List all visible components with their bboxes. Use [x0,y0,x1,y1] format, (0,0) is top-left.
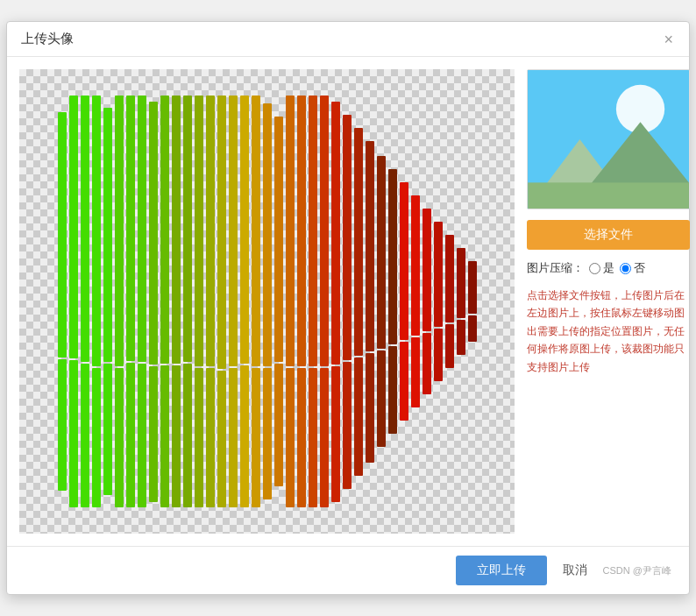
bar-up [263,103,272,366]
bar-pair [388,96,397,507]
bar-down [69,360,78,507]
bar-down [149,366,158,502]
bar-pair [240,96,249,507]
cancel-button[interactable]: 取消 [556,556,594,585]
bar-up [274,117,283,362]
bar-up [434,222,443,327]
bar-up [297,96,306,366]
bar-down [217,371,226,507]
bar-down [411,337,420,407]
bar-pair [468,96,477,507]
bar-down [366,353,374,463]
bar-up [217,96,226,369]
compress-label: 图片压缩： [527,260,584,276]
bar-up [309,96,317,366]
bar-down [206,368,215,507]
bar-pair [126,96,135,507]
bar-pair [309,96,317,507]
bar-up [172,96,181,364]
image-canvas[interactable] [19,69,515,534]
bar-down [320,368,329,507]
bar-pair [217,96,226,507]
bar-up [354,128,363,356]
bar-up [457,248,465,318]
bar-up [126,96,135,361]
svg-rect-4 [528,182,689,209]
bar-down [377,350,386,447]
bar-pair [138,96,146,507]
select-file-button[interactable]: 选择文件 [527,220,690,250]
compress-row: 图片压缩： 是 否 [527,260,690,276]
compress-no-radio[interactable] [620,263,631,274]
dialog-title: 上传头像 [21,31,74,47]
bar-down [183,364,192,507]
dialog-footer: 立即上传 取消 CSDN @尹言峰 [7,546,689,594]
bar-down [229,368,238,507]
bar-up [195,96,203,366]
bar-pair [274,96,283,507]
bar-pair [400,96,408,507]
bar-up [366,141,374,351]
bar-down [388,346,397,434]
dialog-body: 选择文件 图片压缩： 是 否 点击选择文件按钮，上传图片后在左边图片上，按住鼠标… [7,57,689,546]
bar-down [103,364,112,495]
bar-down [354,358,363,476]
bar-up [81,96,89,362]
bar-pair [434,96,443,507]
bar-pair [263,96,272,507]
bar-up [377,156,386,349]
bar-pair [92,96,101,507]
bar-down [138,364,146,507]
bar-pair [81,96,89,507]
bar-down [423,333,431,394]
bar-pair [115,96,124,507]
description-text: 点击选择文件按钮，上传图片后在左边图片上，按住鼠标左键移动图出需要上传的指定位置… [527,287,690,376]
bar-down [400,342,408,421]
bar-down [468,315,477,342]
bar-pair [183,96,192,507]
compress-yes-radio[interactable] [589,263,600,274]
bar-pair [286,96,295,507]
bar-pair [206,96,215,507]
bar-pair [366,96,374,507]
bar-up [103,108,112,362]
equalizer-bars [28,96,506,507]
bar-up [92,96,101,366]
bar-up [183,96,192,362]
bar-up [206,96,215,366]
bar-down [58,359,67,491]
bar-pair [445,96,454,507]
bar-pair [297,96,306,507]
dialog-header: 上传头像 × [7,22,689,57]
bar-down [343,362,352,489]
right-panel: 选择文件 图片压缩： 是 否 点击选择文件按钮，上传图片后在左边图片上，按住鼠标… [527,69,690,534]
bar-pair [320,96,329,507]
bar-pair [331,96,340,507]
bar-up [445,235,454,322]
bar-down [115,368,124,507]
preview-image [527,69,690,209]
bar-up [388,169,397,344]
bar-pair [252,96,260,507]
close-button[interactable]: × [662,32,675,47]
bar-down [160,365,169,507]
bar-pair [354,96,363,507]
bar-up [58,112,67,358]
bar-pair [149,96,158,507]
upload-button[interactable]: 立即上传 [456,556,547,585]
upload-avatar-dialog: 上传头像 × [6,21,690,595]
compress-no-label[interactable]: 否 [620,260,645,276]
bar-down [309,368,317,507]
bar-up [400,182,408,340]
bar-pair [343,96,352,507]
bar-up [115,96,124,366]
bar-pair [457,96,465,507]
bar-down [240,365,249,507]
bar-down [297,368,306,507]
bar-up [138,96,146,362]
bar-pair [195,96,203,507]
bar-pair [411,96,420,507]
compress-yes-label[interactable]: 是 [589,260,614,276]
bar-up [320,96,329,366]
bar-down [263,368,272,499]
